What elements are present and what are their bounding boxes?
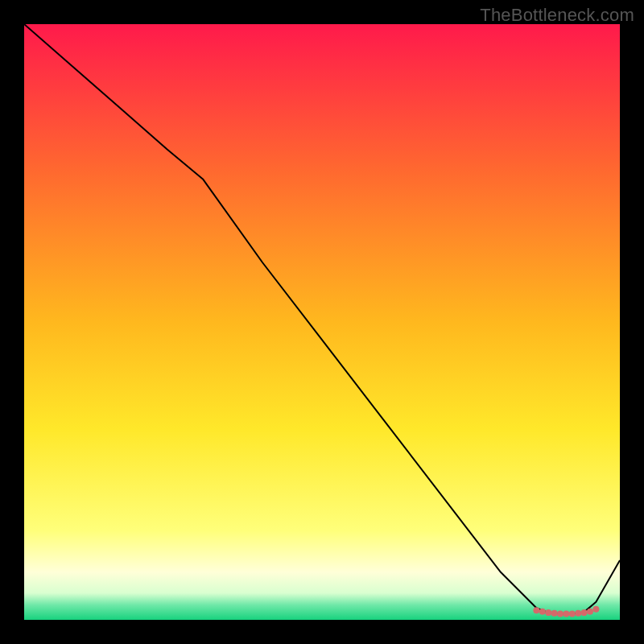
chart-container: TheBottleneck.com <box>0 0 644 644</box>
optimal-zone-marker <box>587 609 593 615</box>
watermark-text: TheBottleneck.com <box>480 5 634 26</box>
optimal-zone-marker <box>557 611 564 617</box>
optimal-zone-marker <box>592 606 599 613</box>
plot-area <box>24 24 620 620</box>
optimal-zone-marker <box>545 609 551 616</box>
optimal-zone-marker <box>581 609 588 616</box>
optimal-zone-marker <box>563 611 569 617</box>
chart-svg <box>24 24 620 620</box>
gradient-background <box>24 24 620 620</box>
optimal-zone-marker <box>551 610 558 617</box>
optimal-zone-marker <box>539 609 546 615</box>
optimal-zone-marker <box>575 610 581 617</box>
optimal-zone-marker <box>569 611 576 617</box>
optimal-zone-marker <box>533 607 539 613</box>
